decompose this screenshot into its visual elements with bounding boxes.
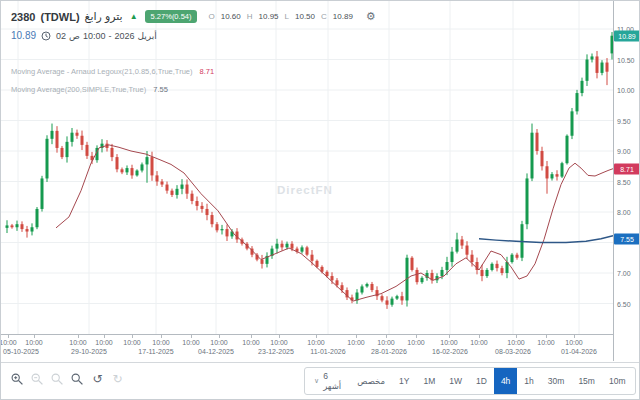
- indicator-alma[interactable]: Moving Average - Arnaud Legoux(21,0.85,6…: [11, 67, 214, 76]
- candle-body: [201, 206, 204, 209]
- indicator-sma-label: Moving Average(200,SIMPLE,True,True): [11, 85, 146, 94]
- time-label: 10:00: [270, 339, 288, 346]
- time-tick: [449, 335, 450, 338]
- symbol-name: بترو رابغ: [85, 10, 123, 23]
- symbol-code: 2380: [11, 11, 35, 23]
- close-label: C: [321, 12, 327, 21]
- timeframe-10m[interactable]: 10m: [602, 368, 633, 394]
- candle-body: [26, 229, 29, 231]
- time-tick: [479, 335, 480, 338]
- time-tick: [191, 335, 192, 338]
- candle-body: [211, 215, 214, 224]
- open-label: O: [208, 12, 214, 21]
- timeframe-4h[interactable]: 4h: [494, 368, 517, 394]
- candle-body: [306, 247, 309, 254]
- candle-body: [226, 229, 229, 236]
- candle-body: [366, 284, 369, 286]
- candle-body: [606, 63, 609, 72]
- candle-body: [421, 278, 424, 282]
- symbol-header: 2380 (TDWL) بترو رابغ ▲ 5.27%(0.54) O 10…: [11, 10, 376, 23]
- indicator-sma[interactable]: Moving Average(200,SIMPLE,True,True) 7.5…: [11, 85, 168, 94]
- indicator-alma-label: Moving Average - Arnaud Legoux(21,0.85,6…: [11, 67, 193, 76]
- candle-body: [36, 209, 39, 227]
- price-axis-label: 9.00: [617, 148, 631, 155]
- candle-body: [286, 244, 289, 248]
- candle-body: [416, 270, 419, 282]
- settings-gear-icon[interactable]: ⚙: [366, 10, 376, 23]
- period-dropdown[interactable]: ∨ 6 أشهر: [305, 368, 350, 394]
- timeframe-1W[interactable]: 1W: [442, 368, 469, 394]
- datetime-token: 10:00: [83, 31, 106, 41]
- timeframe-bar: ∨ 6 أشهر مخصص1Y1M1W1D4h1h30m15m10m5m1m: [304, 367, 636, 395]
- candle-body: [411, 258, 414, 270]
- candle-body: [151, 157, 154, 175]
- candle-body: [311, 255, 314, 261]
- price-axis-label: 10.50: [617, 56, 635, 63]
- timeframe-1h[interactable]: 1h: [517, 368, 540, 394]
- candle-body: [141, 164, 144, 170]
- candle-body: [56, 131, 59, 148]
- timeframe-1M[interactable]: 1M: [416, 368, 442, 394]
- time-tick: [78, 335, 79, 338]
- candle-body: [546, 166, 549, 178]
- price-axis[interactable]: 11.0010.5010.009.509.008.508.007.006.501…: [613, 1, 640, 361]
- candle-body: [381, 296, 384, 300]
- candle-body: [466, 246, 469, 255]
- time-tick: [104, 335, 105, 338]
- candlestick-chart[interactable]: [1, 1, 613, 334]
- time-tick: [316, 335, 317, 338]
- chart-nav-icons: ↺↻: [11, 363, 124, 395]
- high-label: H: [247, 12, 253, 21]
- candle-body: [111, 148, 114, 157]
- candle-body: [496, 264, 499, 268]
- date-label: 29-10-2025: [71, 348, 107, 355]
- last-price: 10.89: [11, 30, 36, 41]
- period-dropdown-label: 6 أشهر: [323, 371, 341, 391]
- timeframe-15m[interactable]: 15m: [571, 368, 602, 394]
- high-value: 10.95: [259, 12, 279, 21]
- candle-body: [171, 191, 174, 195]
- candle-body: [126, 168, 129, 172]
- low-label: L: [285, 12, 289, 21]
- date-label: 04-12-2025: [198, 348, 234, 355]
- date-label: 08-03-2026: [495, 348, 531, 355]
- chart-window: DirectFN 2380 (TDWL) بترو رابغ ▲ 5.27%(0…: [0, 0, 640, 400]
- date-label: 05-10-2025: [3, 348, 39, 355]
- chevron-down-icon: ∨: [314, 377, 319, 385]
- candle-body: [371, 284, 374, 290]
- datetime-token: 2026: [114, 31, 134, 41]
- time-label: 10:00: [470, 339, 488, 346]
- timeframe-1Y[interactable]: 1Y: [392, 368, 416, 394]
- time-label: 10:00: [182, 339, 200, 346]
- symbol-market: (TDWL): [40, 11, 79, 23]
- timeframe-1D[interactable]: 1D: [469, 368, 494, 394]
- time-tick: [279, 335, 280, 338]
- timeframe-30m[interactable]: 30m: [541, 368, 572, 394]
- candle-body: [461, 239, 464, 245]
- candle-body: [331, 276, 334, 280]
- price-axis-label: 6.50: [617, 300, 631, 307]
- date-label: 23-12-2025: [258, 348, 294, 355]
- candle-body: [561, 163, 564, 176]
- undo-icon[interactable]: ↺: [91, 373, 104, 386]
- candle-body: [551, 174, 554, 178]
- candle-body: [441, 270, 444, 276]
- candle-body: [531, 133, 534, 179]
- candle-body: [206, 209, 209, 215]
- candle-body: [116, 157, 119, 169]
- datetime-token: -: [108, 31, 111, 41]
- redo-icon: ↻: [111, 373, 124, 386]
- timeframe-مخصص[interactable]: مخصص: [350, 368, 392, 394]
- timeframe-5m[interactable]: 5m: [632, 368, 640, 394]
- candle-body: [566, 136, 569, 163]
- candle-body: [601, 63, 604, 73]
- datetime-row: 10.89 02ص10:00-2026أبريل: [11, 30, 160, 41]
- candle-body: [216, 224, 219, 230]
- low-value: 10.50: [295, 12, 315, 21]
- zoom-reset-icon[interactable]: [71, 373, 84, 386]
- time-axis[interactable]: 10:0010:0010:0010:0010:0010:0010:0010:00…: [1, 334, 613, 363]
- time-tick: [219, 335, 220, 338]
- candle-body: [336, 280, 339, 285]
- zoom-in-icon[interactable]: [11, 373, 24, 386]
- candle-body: [131, 168, 134, 175]
